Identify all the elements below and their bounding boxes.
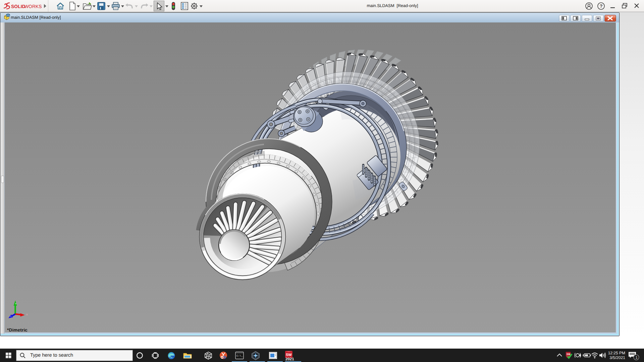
svg-text:?: ?: [600, 3, 603, 9]
svg-text:*Dimetric: *Dimetric: [7, 327, 28, 333]
svg-text:C:\_: C:\_: [236, 355, 243, 358]
svg-text:WORKS: WORKS: [24, 4, 42, 9]
svg-text:SW: SW: [567, 353, 571, 356]
svg-text:1: 1: [635, 356, 637, 360]
svg-text:2021: 2021: [285, 357, 294, 361]
svg-text:x: x: [26, 313, 28, 316]
svg-text:SOLID: SOLID: [11, 4, 25, 9]
svg-text:SW: SW: [286, 353, 292, 357]
